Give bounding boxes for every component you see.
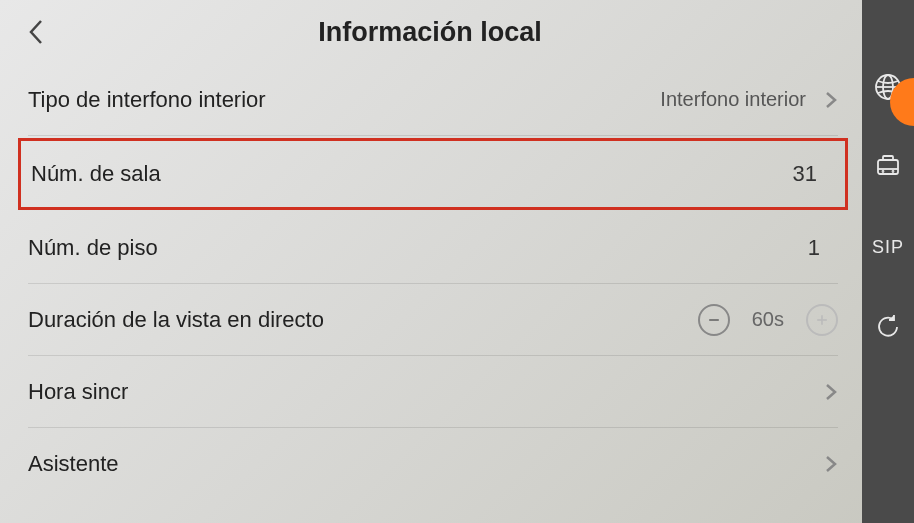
svg-point-9 [883,171,884,172]
row-value: 1 [808,235,820,261]
svg-rect-6 [878,160,898,174]
row-value: 31 [793,161,817,187]
chevron-right-icon [824,382,838,402]
row-intercom-type[interactable]: Tipo de interfono interior Interfono int… [28,64,838,136]
duration-value: 60s [752,308,784,331]
row-label: Tipo de interfono interior [28,87,660,113]
row-time-sync[interactable]: Hora sincr [28,356,838,428]
row-room-number[interactable]: Núm. de sala 31 [18,138,848,210]
row-floor-number[interactable]: Núm. de piso 1 [28,212,838,284]
settings-list: Tipo de interfono interior Interfono int… [6,64,854,500]
row-value: Interfono interior [660,88,806,111]
row-label: Hora sincr [28,379,824,405]
minus-icon [706,312,722,328]
plus-icon [814,312,830,328]
header: Información local [6,0,854,64]
chevron-right-icon [824,454,838,474]
chevron-right-icon [824,90,838,110]
increment-button[interactable] [806,304,838,336]
page-title: Información local [22,17,838,48]
row-label: Núm. de piso [28,235,808,261]
row-label: Duración de la vista en directo [28,307,698,333]
device-icon[interactable] [871,150,905,184]
svg-rect-7 [883,156,893,160]
row-label: Asistente [28,451,824,477]
row-live-view-duration: Duración de la vista en directo 60s [28,284,838,356]
sip-button[interactable]: SIP [871,230,905,264]
row-assistant[interactable]: Asistente [28,428,838,500]
sip-label: SIP [872,237,904,258]
duration-stepper: 60s [698,304,838,336]
refresh-icon[interactable] [871,310,905,344]
row-label: Núm. de sala [31,161,793,187]
decrement-button[interactable] [698,304,730,336]
svg-point-10 [893,171,894,172]
